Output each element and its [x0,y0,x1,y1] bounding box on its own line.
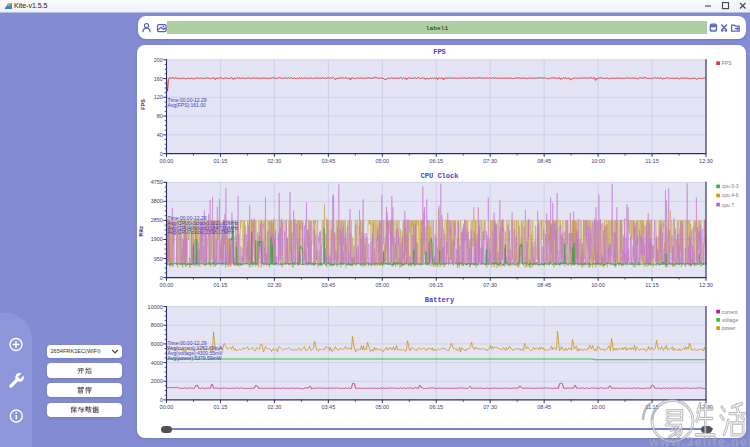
svg-text:www.3elife.net: www.3elife.net [648,435,750,447]
